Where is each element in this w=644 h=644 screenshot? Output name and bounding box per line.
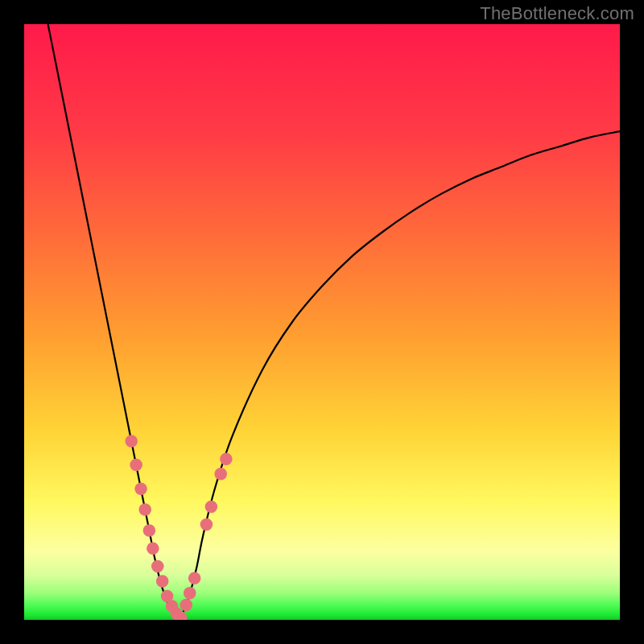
marker-dot — [156, 575, 169, 588]
marker-dot — [138, 503, 151, 516]
marker-dot — [214, 468, 227, 481]
watermark-text: TheBottleneck.com — [480, 3, 634, 24]
marker-dot — [188, 572, 201, 584]
marker-dot — [130, 459, 142, 472]
plot-area — [24, 24, 620, 620]
marker-dot — [220, 452, 233, 465]
marker-dot — [147, 542, 159, 555]
marker-dot — [180, 599, 193, 612]
marker-dot — [125, 435, 138, 448]
curve-layer — [24, 24, 620, 620]
curve-left-branch — [48, 24, 180, 620]
marker-dot — [143, 524, 156, 537]
marker-dot — [184, 587, 196, 600]
chart-frame: TheBottleneck.com — [0, 0, 644, 644]
marker-dot — [200, 518, 213, 531]
curve-right-branch — [179, 131, 620, 620]
marker-dot — [205, 501, 218, 514]
marker-dot — [134, 482, 147, 495]
marker-dot — [151, 560, 164, 573]
